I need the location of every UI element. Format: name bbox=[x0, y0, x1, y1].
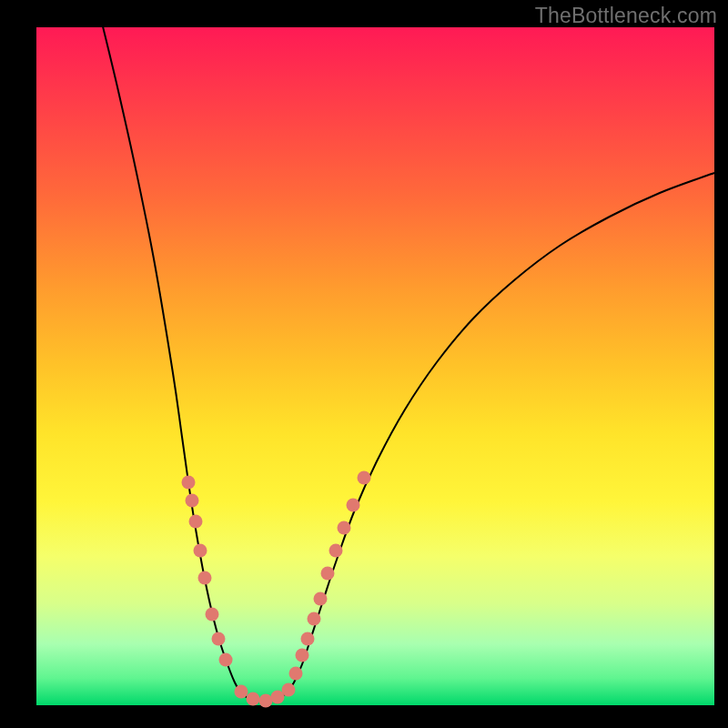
scatter-dot bbox=[296, 649, 309, 662]
scatter-dot bbox=[182, 476, 196, 490]
scatter-dot bbox=[282, 683, 296, 697]
scatter-dot bbox=[212, 632, 226, 646]
scatter-dot bbox=[314, 592, 328, 606]
curve-left-path bbox=[102, 23, 241, 693]
scatter-dot bbox=[347, 499, 360, 512]
scatter-dot bbox=[189, 515, 203, 529]
scatter-dot bbox=[194, 544, 207, 558]
scatter-dot bbox=[259, 694, 273, 708]
chart-stage: TheBottleneck.com bbox=[0, 0, 728, 728]
curve-svg bbox=[36, 27, 714, 705]
scatter-dot bbox=[247, 693, 260, 706]
scatter-dot bbox=[301, 632, 315, 646]
scatter-dot bbox=[338, 521, 351, 535]
scatter-dot bbox=[198, 571, 212, 585]
scatter-dot bbox=[235, 685, 248, 699]
plot-area bbox=[36, 27, 714, 705]
curve-right-path bbox=[287, 173, 714, 693]
watermark-text: TheBottleneck.com bbox=[535, 4, 717, 28]
scatter-dot bbox=[186, 494, 199, 508]
scatter-dot bbox=[358, 471, 371, 485]
scatter-dot bbox=[219, 653, 233, 667]
scatter-dots bbox=[182, 471, 371, 708]
scatter-dot bbox=[329, 544, 343, 558]
scatter-dot bbox=[321, 567, 335, 581]
scatter-dot bbox=[308, 612, 321, 626]
scatter-dot bbox=[289, 667, 303, 681]
scatter-dot bbox=[206, 608, 219, 622]
